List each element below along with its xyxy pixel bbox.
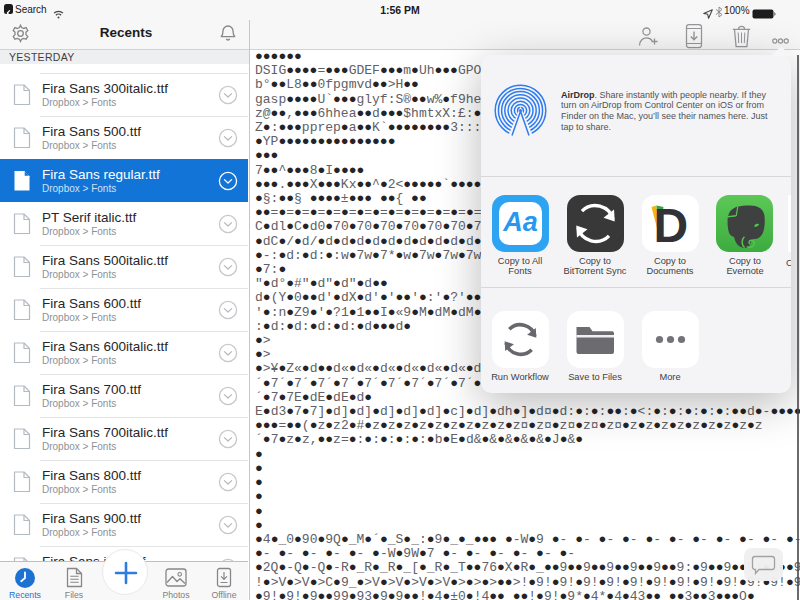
svg-text:D: D xyxy=(653,198,688,251)
